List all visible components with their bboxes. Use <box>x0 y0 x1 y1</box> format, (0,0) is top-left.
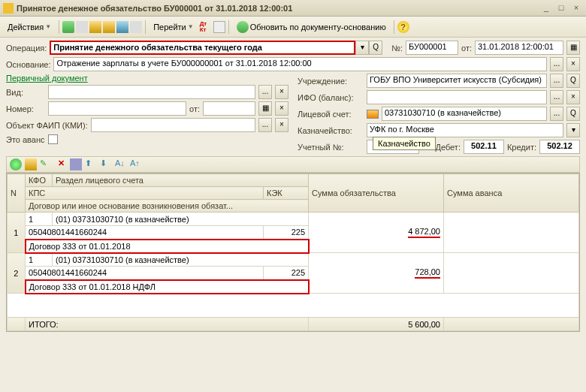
date-input[interactable]: 31.01.2018 12:00:01 <box>475 41 563 55</box>
date2-clear[interactable]: × <box>275 101 288 116</box>
basis-select[interactable]: ... <box>550 57 563 71</box>
advance-label: Это аванс <box>6 135 45 144</box>
update-button[interactable]: Обновить по документу-основанию <box>232 20 391 35</box>
grid-toolbar: ✎ ✕ ⬆ ⬇ A↓ A↑ <box>6 156 580 173</box>
col-section[interactable]: Раздел лицевого счета <box>53 174 309 187</box>
date2-input[interactable] <box>203 101 255 116</box>
col-kek[interactable]: КЭК <box>264 187 309 200</box>
institution-label: Учреждение: <box>298 77 364 86</box>
grid: N КФО Раздел лицевого счета Сумма обязат… <box>6 173 580 332</box>
tooltip: Казначейство <box>373 137 436 150</box>
help-icon[interactable]: ? <box>397 21 409 33</box>
treasury-label: Казначейство: <box>298 126 364 135</box>
sum-value: 728,00 <box>415 267 440 279</box>
basis-label: Основание: <box>6 60 50 69</box>
titlebar: Принятое денежное обязательство БУ000001… <box>0 0 586 17</box>
contract-cell[interactable]: Договор 333 от 01.01.2018 <box>26 240 309 253</box>
form-area: Операция: Принятие денежного обязательст… <box>0 38 586 335</box>
primary-doc-link[interactable]: Первичный документ <box>6 74 88 83</box>
contract-cell[interactable]: Договор 333 от 01.01.2018 НДФЛ <box>26 280 309 294</box>
date2-picker[interactable]: ▦ <box>258 101 272 116</box>
pa-input[interactable]: 03731030710 (в казначействе) <box>382 107 547 121</box>
col-contract[interactable]: Договор или иное основание возникновения… <box>26 200 309 213</box>
dtkr-icon[interactable]: ДтКт <box>200 21 212 33</box>
type-label: Вид: <box>6 88 45 97</box>
window-title: Принятое денежное обязательство БУ000001… <box>17 4 538 13</box>
table-row[interactable]: 2 1 (01) 03731030710 (в казначействе) 72… <box>8 253 579 267</box>
advance-checkbox[interactable] <box>48 134 58 144</box>
back-icon[interactable] <box>76 21 88 33</box>
debit-input[interactable]: 502.11 <box>464 140 504 154</box>
type-select[interactable]: ... <box>258 85 272 99</box>
operation-label: Операция: <box>6 44 47 53</box>
ifo-input[interactable] <box>367 90 547 104</box>
moveup-icon[interactable]: ⬆ <box>85 158 97 170</box>
refresh-icon <box>237 21 249 33</box>
toolbar: Действия ▼ Перейти ▼ ДтКт Обновить по до… <box>0 17 586 38</box>
operation-clear[interactable]: Q <box>369 41 382 55</box>
save-icon[interactable] <box>89 21 101 33</box>
treasury-dropdown[interactable]: ▾ <box>566 123 580 137</box>
delete-icon[interactable]: ✕ <box>55 158 67 170</box>
struct-icon[interactable] <box>116 21 128 33</box>
ifo-clear[interactable]: × <box>566 90 580 104</box>
institution-select[interactable]: ... <box>550 74 563 88</box>
faip-clear[interactable]: × <box>275 118 288 132</box>
debit-label: Дебет: <box>435 143 460 152</box>
number-input[interactable]: БУ000001 <box>406 41 458 55</box>
col-n[interactable]: N <box>8 174 26 213</box>
type-input[interactable] <box>48 85 255 99</box>
add-icon[interactable] <box>10 158 22 170</box>
number2-label: Номер: <box>6 104 45 113</box>
close-button[interactable]: × <box>569 3 583 14</box>
treasury-input[interactable]: УФК по г. Москве <box>367 123 563 137</box>
faip-select[interactable]: ... <box>258 118 272 132</box>
movedown-icon[interactable]: ⬇ <box>100 158 112 170</box>
from2-label: от: <box>189 104 200 113</box>
card-icon <box>367 110 379 119</box>
pa-search[interactable]: Q <box>566 107 580 121</box>
col-sum[interactable]: Сумма обязательства <box>309 174 444 213</box>
from-label: от: <box>461 44 472 53</box>
col-adv[interactable]: Сумма аванса <box>444 174 579 213</box>
doc-icon <box>3 3 14 14</box>
basis-clear[interactable]: × <box>566 57 580 71</box>
sortdesc-icon[interactable]: A↑ <box>130 158 142 170</box>
credit-input[interactable]: 502.12 <box>539 140 580 154</box>
operation-input[interactable]: Принятие денежного обязательства текущег… <box>50 41 355 55</box>
play-icon[interactable] <box>62 21 74 33</box>
ifo-select[interactable]: ... <box>550 90 563 104</box>
type-clear[interactable]: × <box>275 85 288 99</box>
pa-select[interactable]: ... <box>550 107 563 121</box>
minimize-button[interactable]: _ <box>539 3 553 14</box>
institution-search[interactable]: Q <box>566 74 580 88</box>
save2-icon[interactable] <box>70 158 82 170</box>
faip-input[interactable] <box>91 118 255 132</box>
sum-value: 4 872,00 <box>408 227 440 238</box>
goto-menu[interactable]: Перейти ▼ <box>149 21 198 33</box>
faip-label: Объект ФАИП (КМИ): <box>6 121 88 130</box>
credit-label: Кредит: <box>507 143 536 152</box>
number2-input[interactable] <box>48 101 186 116</box>
institution-input[interactable]: ГОБУ ВПО Университет искусств (Субсидия) <box>367 74 547 88</box>
list-icon[interactable] <box>213 21 225 33</box>
operation-dropdown[interactable]: ▾ <box>355 41 369 55</box>
number-label: №: <box>391 44 403 53</box>
total-row: ИТОГО: 5 600,00 <box>8 318 579 331</box>
date-picker[interactable]: ▦ <box>566 41 580 55</box>
basis-input[interactable]: Отражение зарплаты в учете БУ000000001 о… <box>53 57 547 71</box>
addcopy-icon[interactable] <box>25 158 37 170</box>
maximize-button[interactable]: □ <box>554 3 568 14</box>
col-kfo[interactable]: КФО <box>26 174 53 187</box>
pa-label: Лицевой счет: <box>298 110 364 119</box>
table-row[interactable]: 1 1 (01) 03731030710 (в казначействе) 4 … <box>8 213 579 226</box>
actions-menu[interactable]: Действия ▼ <box>3 21 56 33</box>
copy-icon[interactable] <box>103 21 115 33</box>
edit-icon[interactable]: ✎ <box>40 158 52 170</box>
col-kps[interactable]: КПС <box>26 187 264 200</box>
accno-label: Учетный №: <box>298 143 364 152</box>
sortasc-icon[interactable]: A↓ <box>115 158 127 170</box>
report-icon[interactable] <box>130 21 142 33</box>
ifo-label: ИФО (баланс): <box>298 93 364 102</box>
